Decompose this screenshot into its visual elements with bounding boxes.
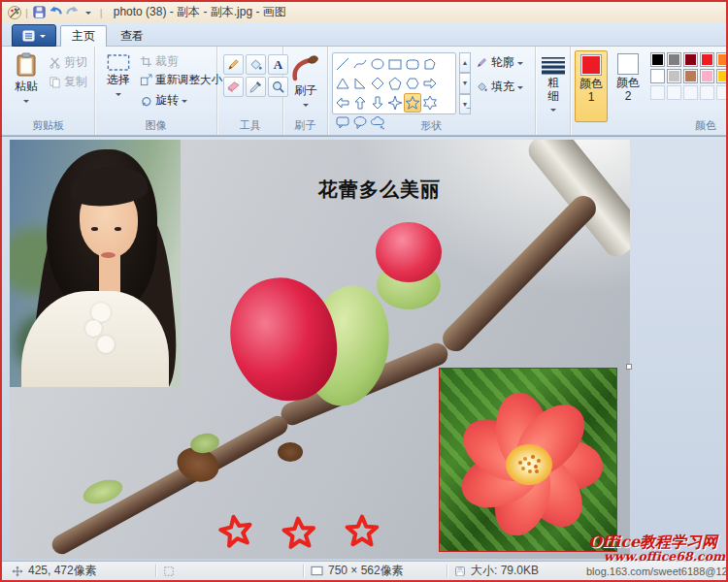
- copy-button[interactable]: 复制: [49, 74, 87, 90]
- crop-icon: [140, 55, 152, 68]
- image-dimensions-indicator: 750 × 562像素: [311, 562, 404, 580]
- color-picker-tool[interactable]: [246, 77, 266, 97]
- shape-ellipse[interactable]: [369, 54, 386, 74]
- shape-triangle[interactable]: [334, 74, 351, 93]
- size-button[interactable]: 粗细: [541, 56, 566, 114]
- flower-bud-small: [376, 222, 442, 282]
- shape-diamond[interactable]: [369, 74, 386, 93]
- paste-button[interactable]: 粘贴: [8, 52, 45, 106]
- shape-arrow-left[interactable]: [334, 93, 351, 113]
- watermark-blog-url: blog.163.com/sweet6188@126: [586, 566, 728, 577]
- pencil-tool[interactable]: [223, 54, 244, 75]
- rotate-button[interactable]: 旋转: [140, 92, 187, 109]
- color2-button[interactable]: 颜色 2: [612, 50, 645, 122]
- rotate-icon: [140, 94, 152, 107]
- paste-icon: [16, 52, 37, 78]
- select-button[interactable]: 选择: [99, 54, 138, 99]
- crop-button[interactable]: 裁剪: [140, 53, 179, 70]
- resize-icon: [140, 74, 152, 86]
- palette-swatch[interactable]: [716, 69, 728, 83]
- palette-swatch[interactable]: [683, 52, 698, 67]
- shapes-scroll-up[interactable]: ▲: [459, 52, 471, 73]
- shape-arrow-right[interactable]: [421, 74, 439, 93]
- group-label-colors: 颜色: [571, 118, 726, 133]
- branch-knot: [278, 442, 303, 462]
- palette-swatch[interactable]: [700, 69, 714, 83]
- palette-empty-slot: [716, 85, 728, 100]
- color1-swatch: [580, 54, 602, 76]
- title-bar: | | photo (38) - 副本 - 副本.jpg - 画图: [2, 2, 726, 22]
- resize-button[interactable]: 重新调整大小: [140, 73, 222, 87]
- shape-arrow-up[interactable]: [351, 93, 369, 113]
- palette-swatch[interactable]: [683, 69, 698, 83]
- palette-empty-slot: [667, 85, 681, 100]
- brushes-button[interactable]: 刷子: [290, 54, 321, 110]
- shape-five-point-star[interactable]: [404, 93, 421, 113]
- portrait-eye: [91, 227, 98, 231]
- qat-dropdown-icon[interactable]: [81, 4, 97, 20]
- group-label-shapes: 形状: [328, 118, 535, 133]
- shape-pentagon[interactable]: [386, 74, 404, 93]
- redo-icon[interactable]: [64, 4, 81, 20]
- paint-window: | | photo (38) - 副本 - 副本.jpg - 画图 主页 查看 …: [0, 0, 728, 582]
- pencil-icon: [226, 57, 241, 72]
- canvas-caption-text: 花蕾多么美丽: [318, 177, 441, 203]
- palette-swatch[interactable]: [650, 52, 665, 67]
- drawn-star-shape: [281, 515, 317, 550]
- copy-icon: [49, 76, 61, 88]
- undo-icon[interactable]: [48, 4, 64, 20]
- shape-right-triangle[interactable]: [351, 74, 369, 93]
- shape-line[interactable]: [334, 54, 351, 74]
- shape-rounded-rectangle[interactable]: [404, 54, 421, 74]
- palette-swatch[interactable]: [716, 52, 728, 67]
- shapes-more[interactable]: ▼̲: [459, 94, 471, 114]
- palette-empty-slot: [650, 85, 665, 100]
- shape-four-point-star[interactable]: [386, 93, 404, 113]
- shape-fill-button[interactable]: 填充: [476, 79, 523, 95]
- group-label-tools: 工具: [217, 118, 282, 133]
- menu-button[interactable]: [12, 24, 56, 47]
- menu-icon: [22, 30, 38, 42]
- group-brushes: 刷子 刷子: [283, 47, 328, 135]
- tab-row: 主页 查看: [2, 22, 726, 47]
- palette-swatch[interactable]: [667, 69, 681, 83]
- flower-center: [506, 444, 552, 485]
- text-icon: A: [274, 57, 282, 73]
- tab-home[interactable]: 主页: [60, 25, 107, 47]
- fill-bucket-icon: [248, 57, 263, 72]
- separator: |: [25, 7, 28, 18]
- palette-swatch[interactable]: [667, 52, 681, 67]
- drawn-star-shape: [215, 511, 255, 550]
- eyedropper-icon: [248, 80, 263, 94]
- brush-icon: [291, 54, 320, 81]
- canvas-size-icon: [311, 566, 323, 576]
- shape-six-point-star[interactable]: [421, 93, 439, 113]
- shape-rectangle[interactable]: [386, 54, 404, 74]
- ribbon: 粘贴 剪切 复制 剪贴板 选择 裁剪: [2, 47, 726, 136]
- eraser-icon: [226, 80, 241, 94]
- app-icon[interactable]: [6, 4, 22, 20]
- fill-tool[interactable]: [246, 54, 266, 75]
- fill-bucket-icon: [476, 81, 488, 93]
- tab-view[interactable]: 查看: [109, 25, 155, 47]
- palette-swatch[interactable]: [650, 69, 665, 83]
- shape-arrow-down[interactable]: [369, 93, 386, 113]
- save-icon[interactable]: [31, 4, 48, 20]
- branch-segment: [438, 191, 602, 357]
- eraser-tool[interactable]: [223, 77, 244, 97]
- shapes-scroll-down[interactable]: ▼: [459, 73, 471, 93]
- color-palette: [650, 52, 728, 100]
- shape-hexagon[interactable]: [404, 74, 421, 93]
- group-size: 粗细: [536, 47, 571, 135]
- color1-button[interactable]: 颜色 1: [575, 50, 608, 122]
- group-label-brushes: 刷子: [283, 118, 327, 133]
- palette-swatch[interactable]: [700, 52, 714, 67]
- scissors-icon: [49, 56, 61, 69]
- shape-polygon[interactable]: [421, 54, 439, 74]
- shape-curve[interactable]: [351, 54, 369, 74]
- drawing-canvas[interactable]: 花蕾多么美丽: [10, 140, 630, 559]
- canvas-resize-handle[interactable]: [626, 364, 632, 370]
- line-width-icon: [542, 56, 565, 76]
- outline-button[interactable]: 轮廓: [476, 54, 523, 71]
- cut-button[interactable]: 剪切: [49, 54, 87, 71]
